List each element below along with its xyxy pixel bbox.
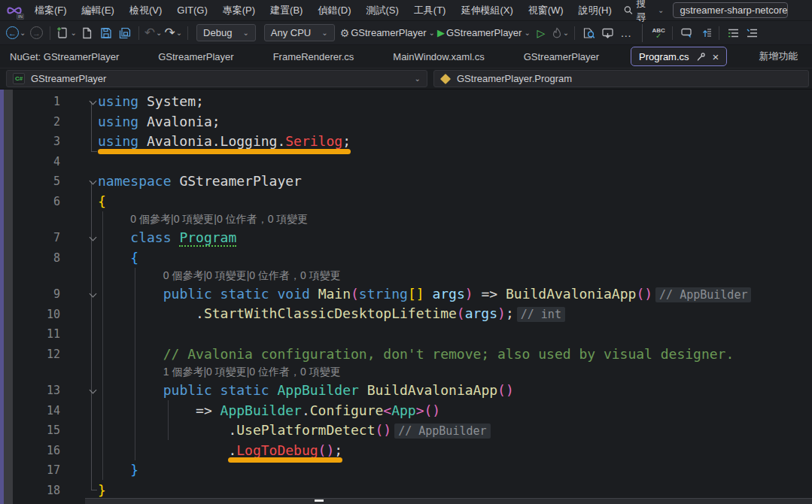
save-button[interactable] [98, 24, 114, 42]
code-text[interactable]: namespace GStreamerPlayer [98, 172, 302, 192]
code-line-18[interactable]: 18} [0, 481, 812, 501]
menu-item[interactable]: GIT(G) [169, 2, 214, 19]
undo-button[interactable]: ↶ ⌄ [144, 24, 163, 42]
code-text[interactable]: public static AppBuilder BuildAvaloniaAp… [98, 381, 514, 401]
decrease-indent-button[interactable] [725, 24, 741, 42]
code-line-7[interactable]: 7 class Program [0, 228, 812, 248]
collapse-chevron-icon[interactable] [90, 98, 97, 105]
chevron-down-icon: ⌄ [429, 29, 435, 37]
increase-indent-button[interactable] [744, 24, 760, 42]
type-member-dropdown[interactable]: GStreamerPlayer.Program [433, 70, 809, 87]
toolbar-overflow-button[interactable]: … [618, 24, 634, 42]
code-line-12[interactable]: 12 // Avalonia configuration, don't remo… [0, 345, 812, 365]
code-line-5[interactable]: 5namespace GStreamerPlayer [0, 172, 812, 192]
spell-check-button[interactable]: ABC ✓ [650, 24, 667, 42]
code-line-2[interactable]: 2using Avalonia; [0, 112, 812, 132]
tab-label: GStreamerPlayer [158, 51, 233, 62]
new-file-button[interactable] [79, 24, 96, 42]
save-all-button[interactable] [117, 24, 133, 42]
collapse-chevron-icon[interactable] [90, 234, 97, 241]
line-number: 11 [0, 327, 60, 341]
pin-icon[interactable] [696, 52, 706, 62]
find-in-files-button[interactable] [580, 24, 597, 42]
code-text[interactable]: { [98, 192, 106, 212]
search-menu-button[interactable]: 搜尋 ⌄ [619, 0, 669, 26]
new-project-button[interactable]: ⌄ [56, 24, 76, 42]
code-text[interactable]: { [98, 248, 138, 269]
menu-item[interactable]: 測試(S) [358, 1, 406, 20]
close-icon[interactable]: × [713, 51, 719, 62]
code-text[interactable]: using System; [98, 92, 204, 112]
format-document-button[interactable] [697, 24, 713, 42]
navigate-forward-button[interactable]: → [28, 24, 44, 42]
menu-item[interactable]: 偵錯(D) [310, 1, 358, 20]
startup-project-dropdown[interactable]: ⚙ GStreamerPlayer ⌄ [340, 24, 435, 42]
menu-item[interactable]: 編輯(E) [75, 1, 122, 20]
code-text[interactable]: public static void Main(string[] args) =… [98, 284, 751, 305]
start-without-debugging-button[interactable]: ▷ [533, 24, 549, 42]
forward-arrow-icon: → [30, 26, 43, 39]
menu-item[interactable]: 檢視(V) [122, 1, 169, 20]
gear-icon: ⚙ [340, 27, 350, 39]
code-text[interactable]: => AppBuilder.Configure<App>() [98, 401, 440, 421]
code-line-16[interactable]: 16 .LogToDebug(); [0, 441, 812, 461]
menu-item[interactable]: 檔案(F) [27, 1, 75, 20]
project-dropdown[interactable]: C# GStreamerPlayer ⌄ [6, 70, 427, 87]
tab-gstreamerplayer[interactable]: GStreamerPlayer [158, 51, 233, 62]
menu-item[interactable]: 建置(B) [263, 1, 310, 20]
tab-framerenderer-cs[interactable]: FrameRenderer.cs [273, 51, 354, 62]
menu-item[interactable]: 視窗(W) [521, 1, 571, 20]
redo-button[interactable]: ↷ ⌄ [164, 24, 182, 42]
chevron-down-icon: ⌄ [242, 29, 248, 37]
hot-reload-button[interactable]: ⌄ [552, 24, 569, 42]
code-line-15[interactable]: 15 .UsePlatformDetect()// AppBuilder [0, 421, 812, 441]
menu-item[interactable]: 延伸模組(X) [453, 1, 520, 20]
menu-item[interactable]: 工具(T) [406, 1, 454, 20]
flame-icon [552, 27, 562, 38]
tab--[interactable]: 新增功能 [759, 50, 798, 63]
solution-platforms-dropdown[interactable]: Any CPU ⌄ [264, 24, 335, 41]
tab-mainwindow-xaml-cs[interactable]: MainWindow.xaml.cs [393, 51, 484, 62]
code-line-10[interactable]: 10 .StartWithClassicDesktopLifetime(args… [0, 305, 812, 325]
tab-program-cs[interactable]: Program.cs× [631, 47, 727, 66]
start-debugging-button[interactable]: ▶ GStreamerPlayer ⌄ [437, 24, 531, 42]
code-line-4[interactable]: 4 [0, 152, 812, 172]
collapse-chevron-icon[interactable] [90, 178, 97, 185]
fold-margin [60, 481, 98, 501]
code-editor[interactable]: 1using System;2using Avalonia;3using Ava… [0, 90, 812, 504]
solution-configurations-dropdown[interactable]: Debug ⌄ [196, 24, 256, 41]
codelens-indicator[interactable]: 0 個參考|0 項變更|0 位作者，0 項變更 [0, 211, 812, 228]
code-text[interactable]: using Avalonia; [98, 112, 220, 132]
code-text[interactable]: class Program [98, 228, 236, 248]
code-text[interactable]: } [98, 481, 106, 501]
code-line-17[interactable]: 17 } [0, 460, 812, 481]
code-line-3[interactable]: 3using Avalonia.Logging.Serilog; [0, 132, 812, 152]
collapse-chevron-icon[interactable] [90, 387, 97, 394]
chevron-down-icon: ⌄ [176, 29, 182, 37]
code-text[interactable]: .StartWithClassicDesktopLifetime(args);/… [98, 304, 565, 325]
code-line-14[interactable]: 14 => AppBuilder.Configure<App>() [0, 401, 812, 421]
search-input[interactable]: gstreamer-sharp-netcore [673, 2, 788, 18]
code-line-6[interactable]: 6{ [0, 192, 812, 212]
code-line-13[interactable]: 13 public static AppBuilder BuildAvaloni… [0, 381, 812, 401]
code-line-1[interactable]: 1using System; [0, 92, 812, 112]
tab-gstreamerplayer[interactable]: GStreamerPlayer [524, 51, 599, 62]
code-line-8[interactable]: 8 { [0, 248, 812, 269]
codelens-indicator[interactable]: 0 個參考|0 項變更|0 位作者，0 項變更 [0, 268, 812, 284]
code-text[interactable]: } [98, 460, 138, 481]
search-icon [624, 5, 633, 15]
navigate-back-button[interactable]: ← ⌄ [6, 24, 26, 42]
collapse-chevron-icon[interactable] [90, 290, 97, 298]
codelens-indicator[interactable]: 1 個參考|0 項變更|0 位作者，0 項變更 [0, 364, 812, 381]
code-text[interactable]: .UsePlatformDetect()// AppBuilder [98, 421, 491, 442]
code-line-9[interactable]: 9 public static void Main(string[] args)… [0, 284, 812, 305]
code-surface[interactable]: 1using System;2using Avalonia;3using Ava… [0, 90, 812, 500]
menu-item[interactable]: 說明(H) [571, 1, 619, 20]
toggle-comment-button[interactable] [678, 24, 695, 42]
tab-nuget-gstreamerplayer[interactable]: NuGet: GStreamerPlayer [10, 51, 119, 62]
code-text[interactable]: // Avalonia configuration, don't remove;… [98, 345, 734, 365]
chevron-down-icon: ⌄ [563, 29, 569, 37]
live-share-button[interactable] [599, 24, 616, 42]
code-line-11[interactable]: 11 [0, 324, 812, 345]
menu-item[interactable]: 專案(P) [215, 1, 263, 20]
